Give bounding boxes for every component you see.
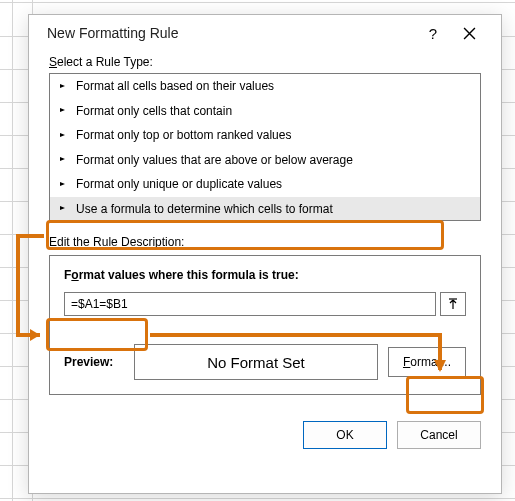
collapse-dialog-icon: [447, 298, 459, 310]
format-button[interactable]: Format...: [388, 347, 466, 377]
rule-type-item[interactable]: Format only unique or duplicate values: [50, 172, 480, 197]
dialog-footer: OK Cancel: [29, 407, 501, 449]
bullet-icon: [60, 179, 70, 189]
cancel-button[interactable]: Cancel: [397, 421, 481, 449]
rule-type-item[interactable]: Format all cells based on their values: [50, 74, 480, 99]
rule-type-item[interactable]: Format only cells that contain: [50, 99, 480, 124]
edit-rule-description-label: Edit the Rule Description:: [49, 235, 481, 249]
bullet-icon: [60, 106, 70, 116]
dialog-title: New Formatting Rule: [47, 25, 415, 41]
close-icon: [463, 27, 476, 40]
preview-swatch: No Format Set: [134, 344, 378, 380]
ok-button[interactable]: OK: [303, 421, 387, 449]
select-rule-type-label: Select a Rule Type:: [49, 55, 481, 69]
rule-type-item[interactable]: Format only top or bottom ranked values: [50, 123, 480, 148]
rule-description-panel: Format values where this formula is true…: [49, 255, 481, 395]
bullet-icon: [60, 81, 70, 91]
formula-input[interactable]: [64, 292, 436, 316]
close-button[interactable]: [451, 18, 487, 48]
rule-type-listbox[interactable]: Format all cells based on their values F…: [49, 73, 481, 221]
bullet-icon: [60, 130, 70, 140]
new-formatting-rule-dialog: New Formatting Rule ? Select a Rule Type…: [28, 14, 502, 494]
help-button[interactable]: ?: [415, 18, 451, 48]
preview-label: Preview:: [64, 355, 124, 369]
bullet-icon: [60, 204, 70, 214]
range-selector-button[interactable]: [440, 292, 466, 316]
formula-section-label: Format values where this formula is true…: [64, 268, 466, 282]
rule-type-item[interactable]: Format only values that are above or bel…: [50, 148, 480, 173]
bullet-icon: [60, 155, 70, 165]
rule-type-item-selected[interactable]: Use a formula to determine which cells t…: [50, 197, 480, 222]
titlebar: New Formatting Rule ?: [29, 15, 501, 51]
